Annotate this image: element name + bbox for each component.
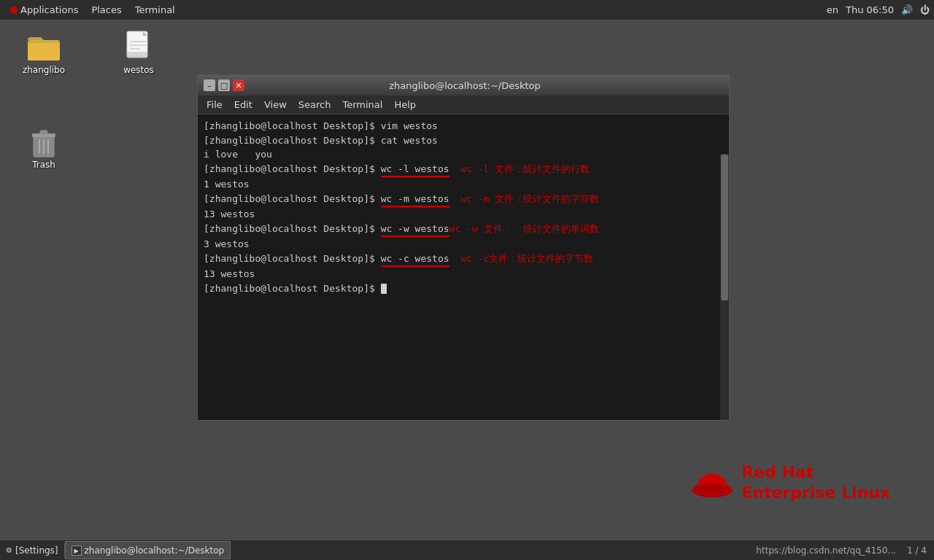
- terminal-window: – □ ✕ zhanglibo@localhost:~/Desktop File…: [197, 74, 730, 421]
- taskbar-right: https://blog.csdn.net/qq_4150... 1 / 4: [749, 545, 934, 556]
- topbar-left: Applications Places Terminal: [4, 3, 181, 17]
- terminal-titlebar[interactable]: – □ ✕ zhanglibo@localhost:~/Desktop: [198, 75, 729, 96]
- redhat-dot-icon: [10, 7, 18, 14]
- terminal-line-11: 13 westos: [204, 267, 723, 281]
- trash-label: Trash: [32, 160, 55, 170]
- taskbar-terminal-label: zhanglibo@localhost:~/Desktop: [85, 545, 225, 556]
- minimize-button[interactable]: –: [204, 79, 215, 91]
- taskbar-terminal[interactable]: ▶ zhanglibo@localhost:~/Desktop: [65, 541, 231, 559]
- redhat-hat-icon: [690, 464, 734, 501]
- westos-label: westos: [123, 65, 154, 75]
- terminal-line-9: 3 westos: [204, 237, 723, 252]
- terminal-content[interactable]: [zhanglibo@localhost Desktop]$ vim westo…: [198, 114, 729, 420]
- terminal-menu-help[interactable]: Help: [388, 98, 422, 112]
- svg-rect-14: [40, 131, 47, 134]
- terminal-line-4: [zhanglibo@localhost Desktop]$ wc -l wes…: [204, 162, 723, 178]
- folder-icon: [26, 30, 61, 65]
- terminal-menu[interactable]: Terminal: [129, 3, 181, 17]
- terminal-line-7: 13 westos: [204, 207, 723, 222]
- terminal-menu-file[interactable]: File: [201, 98, 228, 112]
- terminal-scrollbar[interactable]: [720, 154, 729, 420]
- desktop-icon-westos[interactable]: westos: [109, 27, 168, 78]
- desktop-icon-zhanglibo[interactable]: zhanglibo: [15, 27, 73, 78]
- desktop: zhanglibo westos Trash: [0, 20, 934, 540]
- taskbar: ⚙ [Settings] ▶ zhanglibo@localhost:~/Des…: [0, 540, 934, 560]
- language-indicator: en: [827, 4, 838, 15]
- applications-label: Applications: [20, 4, 78, 15]
- terminal-menubar: File Edit View Search Terminal Help: [198, 96, 729, 114]
- terminal-line-6: [zhanglibo@localhost Desktop]$ wc -m wes…: [204, 192, 723, 208]
- redhat-name: Red Hat: [741, 462, 890, 483]
- terminal-line-12: [zhanglibo@localhost Desktop]$: [204, 281, 723, 296]
- redhat-text: Red Hat Enterprise Linux: [741, 462, 890, 504]
- places-menu[interactable]: Places: [85, 3, 127, 17]
- taskbar-settings[interactable]: ⚙ [Settings]: [0, 541, 64, 559]
- topbar-right: en Thu 06:50 🔊 ⏻: [827, 4, 930, 15]
- volume-icon[interactable]: 🔊: [901, 4, 913, 15]
- terminal-line-8: [zhanglibo@localhost Desktop]$ wc -w wes…: [204, 222, 723, 238]
- window-controls: – □ ✕: [202, 79, 244, 91]
- redhat-product: Enterprise Linux: [741, 483, 890, 504]
- places-label: Places: [91, 4, 121, 15]
- terminal-menu-terminal[interactable]: Terminal: [336, 98, 388, 112]
- applications-menu[interactable]: Applications: [4, 3, 84, 17]
- trash-icon: [26, 125, 61, 160]
- power-icon[interactable]: ⏻: [920, 4, 930, 15]
- settings-icon: ⚙: [6, 546, 12, 554]
- maximize-button[interactable]: □: [218, 79, 230, 91]
- terminal-label: Terminal: [135, 4, 175, 15]
- close-button[interactable]: ✕: [233, 79, 244, 91]
- terminal-scrollbar-thumb[interactable]: [721, 155, 728, 300]
- terminal-menu-search[interactable]: Search: [293, 98, 337, 112]
- terminal-title: zhanglibo@localhost:~/Desktop: [244, 80, 685, 91]
- cursor-block: [381, 284, 387, 294]
- redhat-logo: Red Hat Enterprise Linux: [690, 462, 890, 504]
- svg-rect-7: [127, 52, 147, 58]
- terminal-menu-view[interactable]: View: [258, 98, 293, 112]
- desktop-icon-trash[interactable]: Trash: [15, 122, 73, 173]
- terminal-line-2: [zhanglibo@localhost Desktop]$ cat westo…: [204, 133, 723, 148]
- clock: Thu 06:50: [846, 4, 894, 15]
- taskbar-terminal-icon: ▶: [72, 545, 82, 556]
- file-icon: [121, 30, 156, 65]
- terminal-line-5: 1 westos: [204, 177, 723, 192]
- zhanglibo-label: zhanglibo: [23, 65, 65, 75]
- page-info: 1 / 4: [907, 545, 927, 556]
- settings-label: [Settings]: [15, 545, 58, 556]
- svg-rect-2: [28, 43, 60, 61]
- topbar: Applications Places Terminal en Thu 06:5…: [0, 0, 934, 20]
- terminal-line-10: [zhanglibo@localhost Desktop]$ wc -c wes…: [204, 252, 723, 268]
- terminal-menu-edit[interactable]: Edit: [228, 98, 258, 112]
- terminal-line-3: i love you: [204, 147, 723, 162]
- terminal-line-1: [zhanglibo@localhost Desktop]$ vim westo…: [204, 119, 723, 133]
- url-hint: https://blog.csdn.net/qq_4150...: [756, 545, 896, 556]
